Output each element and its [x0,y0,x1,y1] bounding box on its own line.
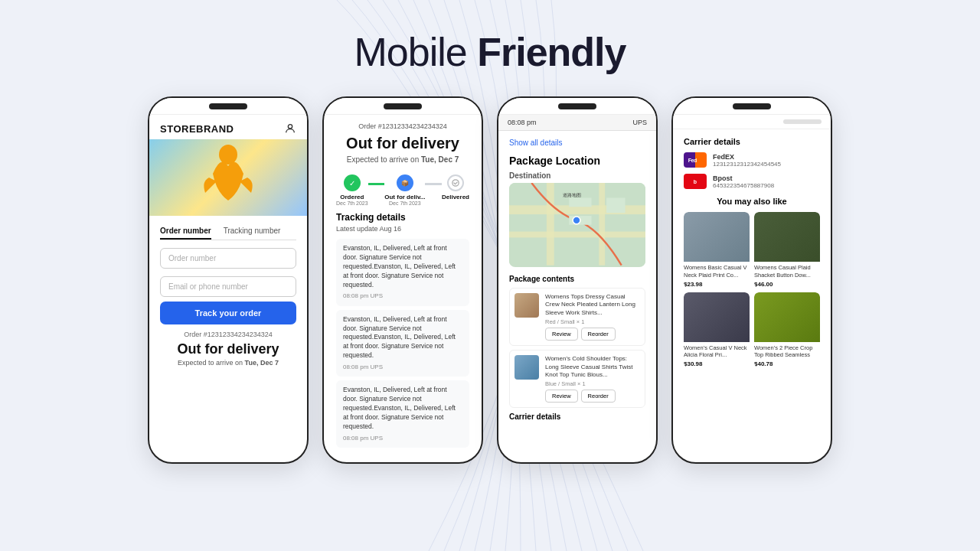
header-title-light: Mobile [354,30,478,74]
step-delivered-circle [447,174,464,191]
phone-3-content: Show all details Package Location Destin… [498,131,656,429]
phone-1-topbar: STOREBRAND [149,115,307,139]
tracking-event-3: Evanston, IL, Delivered, Left at front d… [336,380,469,448]
product-4: Women's 2 Piece Crop Top Ribbed Seamless… [754,292,820,368]
carrier-fedex: FedEx FedEX 12312312312342454545 [684,152,820,168]
connector-1 [368,183,385,185]
phones-row: STOREBRAND Order number Tracking number … [148,96,832,464]
package-item-2: Women's Cold Shoulder Tops: Long Sleeve … [509,350,645,408]
p2-order-id: Order #12312334234234324 [336,122,469,130]
reorder-button-2[interactable]: Reorder [581,390,616,403]
phone-4-content: Carrier details FedEx FedEX 123123123123… [673,129,831,375]
svg-point-2 [452,180,459,186]
tracking-event-2: Evanston, IL, Delivered, Left at front d… [336,310,469,377]
phone-2: Order #12312334234234324 Out for deliver… [322,96,483,464]
step-ordered: ✓ Ordered Dec 7th 2023 [336,174,368,206]
product-3-price: $30.98 [684,360,750,367]
phone-3-notch [498,98,656,115]
phone-2-notch [324,98,482,115]
review-button-1[interactable]: Review [545,328,578,341]
svg-point-0 [288,125,292,129]
carrier-bpost: b Bpost 645322354675887908 [684,174,820,189]
notch-pill-4 [733,103,771,109]
product-1-name: Womens Basic Casual V Neck Plaid Print C… [684,264,750,279]
expected-date: Expected to arrive on Tue, Dec 7 [149,359,307,367]
product-recommendations: Womens Basic Casual V Neck Plaid Print C… [684,212,820,367]
tracking-details-title: Tracking details [336,212,469,223]
order-number-label: Order #12312334234234324 [149,331,307,338]
item-1-image [514,293,539,318]
package-contents-title: Package contents [509,275,645,283]
product-3: Women's Casual V Neck Alicia Floral Pri.… [684,292,750,368]
step-ordered-circle: ✓ [344,174,361,191]
product-4-image [754,292,820,342]
review-button-2[interactable]: Review [545,390,578,403]
product-3-name: Women's Casual V Neck Alicia Floral Pri.… [684,344,750,360]
phone-1-tabs: Order number Tracking number [160,223,296,240]
delivery-status: Out for delivery [149,341,307,357]
item-1-details: Womens Tops Dressy Casual Crew Neck Plea… [545,293,640,341]
show-all-details-link[interactable]: Show all details [509,139,645,147]
product-2-name: Womens Casual Plaid Shacket Button Dow..… [754,264,820,279]
bpost-logo: b [684,174,707,189]
reorder-button-1[interactable]: Reorder [581,328,616,341]
notch-pill-3 [558,103,596,109]
fedex-info: FedEX 12312312312342454545 [713,153,781,168]
phone-4-topbar [673,115,831,129]
product-2: Womens Casual Plaid Shacket Button Dow..… [754,212,820,288]
product-2-image [754,212,820,262]
carrier-details-title: Carrier details [684,137,820,146]
tab-order-number[interactable]: Order number [160,223,211,240]
delivery-tracker: ✓ Ordered Dec 7th 2023 📦 Out for deliv..… [336,174,469,206]
carrier-details-label: Carrier details [509,412,645,421]
phone-4-notch [673,98,831,115]
p3-carrier-badge: UPS [632,119,647,126]
phone-2-content: Order #12312334234234324 Out for deliver… [324,115,482,459]
phone-1: STOREBRAND Order number Tracking number … [148,96,309,464]
fedex-logo: FedEx [684,152,707,168]
svg-rect-8 [569,198,591,207]
p2-expected: Expected to arrive on Tue, Dec 7 [336,155,469,164]
connector-2 [425,183,442,185]
product-4-price: $40.78 [754,360,820,367]
order-number-input[interactable]: Order number [160,248,296,269]
product-1-price: $23.98 [684,281,750,288]
product-2-price: $46.00 [754,281,820,288]
product-3-image [684,292,750,342]
svg-point-11 [573,217,580,224]
item-2-image [514,355,539,380]
phone-4: Carrier details FedEx FedEX 123123123123… [671,96,832,464]
page-header: Mobile Friendly [354,29,626,75]
svg-rect-6 [547,183,554,266]
recommendations-title: You may also like [684,197,820,206]
header-title-bold: Friendly [477,30,626,74]
step-out-for-delivery: 📦 Out for deliv... Dec 7th 2023 [384,174,425,206]
p2-delivery-status: Out for delivery [336,135,469,152]
tab-tracking-number[interactable]: Tracking number [224,223,281,240]
svg-point-1 [219,145,237,165]
top-bar-indicator [783,119,822,124]
notch-pill [209,103,247,109]
bpost-info: Bpost 645322354675887908 [713,174,774,189]
svg-rect-7 [599,183,605,266]
phone-3-topbar: 08:08 pm UPS [498,115,656,131]
track-order-button[interactable]: Track your order [160,302,296,324]
item-1-buttons: Review Reorder [545,328,640,341]
step-delivery-circle: 📦 [397,174,413,191]
store-brand: STOREBRAND [160,123,234,135]
p3-time: 08:08 pm [508,119,537,126]
hero-image [149,139,307,216]
item-2-details: Women's Cold Shoulder Tops: Long Sleeve … [545,355,640,403]
phone-3: 08:08 pm UPS Show all details Package Lo… [497,96,658,464]
latest-update: Latest update Aug 16 [336,225,469,233]
email-phone-input[interactable]: Email or phone number [160,276,296,297]
product-4-name: Women's 2 Piece Crop Top Ribbed Seamless [754,344,820,360]
svg-rect-10 [606,198,625,214]
product-1-image [684,212,750,262]
item-2-buttons: Review Reorder [545,390,640,403]
svg-rect-5 [509,232,645,238]
product-1: Womens Basic Casual V Neck Plaid Print C… [684,212,750,288]
destination-label: Destination [509,171,645,180]
notch-pill-2 [384,103,422,109]
step-delivered: Delivered [442,174,469,201]
